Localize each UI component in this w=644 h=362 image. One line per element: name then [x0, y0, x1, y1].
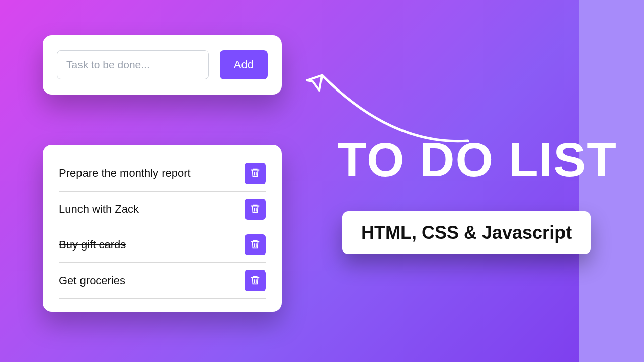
- page-title: TO DO LIST: [337, 136, 617, 184]
- delete-button[interactable]: [245, 199, 266, 220]
- task-input[interactable]: [57, 50, 209, 79]
- task-row: Buy gift cards: [59, 227, 266, 263]
- subtitle-card: HTML, CSS & Javascript: [342, 211, 591, 254]
- trash-icon: [250, 203, 261, 216]
- task-row: Get groceries: [59, 263, 266, 299]
- trash-icon: [250, 239, 261, 251]
- subtitle-text: HTML, CSS & Javascript: [361, 222, 572, 243]
- task-text[interactable]: Prepare the monthly report: [59, 167, 191, 180]
- task-list-card: Prepare the monthly report Lunch with Za…: [43, 145, 282, 312]
- task-text[interactable]: Lunch with Zack: [59, 203, 139, 216]
- delete-button[interactable]: [245, 163, 266, 184]
- add-task-card: Add: [43, 35, 282, 95]
- task-row: Prepare the monthly report: [59, 163, 266, 192]
- task-text[interactable]: Buy gift cards: [59, 238, 126, 251]
- trash-icon: [250, 275, 261, 287]
- delete-button[interactable]: [245, 270, 266, 291]
- add-button[interactable]: Add: [220, 50, 268, 79]
- task-row: Lunch with Zack: [59, 192, 266, 227]
- trash-icon: [250, 167, 261, 180]
- delete-button[interactable]: [245, 234, 266, 255]
- task-text[interactable]: Get groceries: [59, 274, 125, 287]
